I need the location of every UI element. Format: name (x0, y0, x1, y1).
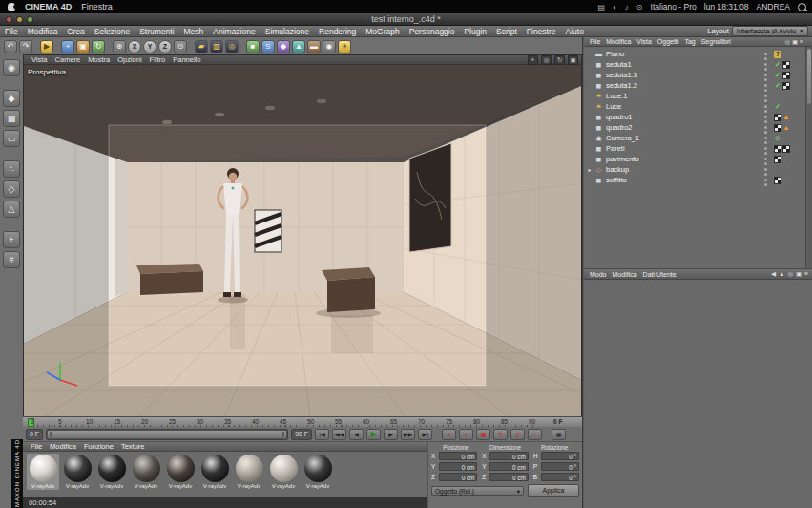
am-menu-modo[interactable]: Modo (587, 271, 610, 278)
vp-menu-filtro[interactable]: Filtro (146, 55, 170, 64)
viewport-scene[interactable]: Prospettiva (24, 65, 581, 415)
panel-menu-icon[interactable]: ≡ (800, 38, 803, 46)
window-close-button[interactable] (6, 16, 12, 23)
material-item[interactable]: V-rayAdv (233, 454, 265, 490)
visibility-dots-icon[interactable] (764, 105, 767, 108)
om-menu-oggetti[interactable]: Oggetti (655, 38, 682, 45)
preview-range-slider[interactable] (46, 429, 288, 440)
object-name[interactable]: quadro2 (605, 123, 633, 132)
panel-menu-icon[interactable]: ≡ (804, 270, 808, 278)
object-name[interactable]: Pareti (605, 144, 625, 153)
volume-icon[interactable]: ♪ (625, 3, 629, 11)
visibility-dots-icon[interactable] (764, 74, 767, 76)
search-icon[interactable]: ◎ (784, 38, 790, 46)
check-tag-icon[interactable]: ✓ (774, 103, 781, 111)
material-item[interactable]: V-rayAdv (267, 454, 300, 490)
edges-mode-icon[interactable]: ◇ (3, 180, 20, 198)
redo-icon[interactable]: ↷ (19, 40, 32, 53)
texture-tag-icon[interactable] (774, 124, 781, 132)
search-icon[interactable]: ◎ (787, 270, 793, 278)
object-name[interactable]: quadro1 (605, 113, 633, 121)
material-item[interactable]: V-rayAdv (130, 454, 162, 490)
vp-menu-camere[interactable]: Camere (52, 55, 85, 64)
menu-strumenti[interactable]: Strumenti (135, 27, 178, 36)
render-view-icon[interactable]: ▰ (195, 40, 208, 53)
om-menu-file[interactable]: File (587, 38, 603, 45)
floor-object-icon[interactable]: ▬ (307, 40, 321, 53)
object-name[interactable]: Luce (605, 102, 621, 111)
object-name[interactable]: seduta1.2 (605, 81, 637, 90)
range-end-field[interactable]: 90 F (291, 429, 312, 440)
apply-button[interactable]: Applica (528, 484, 579, 497)
object-manager-scrollbar[interactable] (805, 47, 812, 268)
rot-h-field[interactable]: 0 ° (541, 452, 579, 460)
texture-tag-icon[interactable] (774, 177, 781, 184)
check-tag-icon[interactable]: ✓ (774, 82, 781, 90)
om-menu-tag[interactable]: Tag (681, 38, 697, 45)
menu-animazione[interactable]: Animazione (208, 27, 260, 36)
object-row-seduta1-3[interactable]: ◼ seduta1.3 ✓ (584, 70, 812, 80)
spotlight-icon[interactable] (798, 3, 806, 11)
autokey-icon[interactable]: ○ (528, 429, 542, 440)
visibility-dots-icon[interactable] (764, 168, 767, 171)
object-row-luce[interactable]: ☀ Luce ✓ (584, 101, 812, 112)
history-up-icon[interactable]: ▲ (779, 270, 784, 278)
object-row-soffitto[interactable]: ◼ soffitto (584, 175, 812, 185)
lock-y-axis-button[interactable]: Y (143, 40, 156, 53)
menu-finestra[interactable]: Finestra (81, 2, 113, 11)
zoom-view-icon[interactable]: ◎ (541, 55, 552, 65)
mograph-icon[interactable]: ▲ (292, 40, 305, 53)
vp-menu-mostra[interactable]: Mostra (84, 55, 114, 64)
texture-tag-icon[interactable] (782, 61, 790, 69)
texture-mode-icon[interactable]: ▩ (3, 110, 20, 127)
object-name[interactable]: Piano (605, 50, 624, 58)
record-scale-icon[interactable]: ▣ (476, 429, 490, 440)
enable-axis-icon[interactable]: + (3, 231, 20, 248)
menubar-clock[interactable]: lun 18:31:08 (704, 2, 749, 11)
pos-x-field[interactable]: 0 cm (439, 452, 477, 460)
menu-script[interactable]: Script (491, 27, 522, 36)
live-selection-icon[interactable]: ▶ (40, 40, 53, 53)
texture-tag-icon[interactable] (774, 145, 781, 153)
texture-tag-icon[interactable] (782, 72, 790, 79)
move-tool-icon[interactable]: + (61, 40, 74, 53)
menu-simulazione[interactable]: Simulazione (260, 27, 314, 36)
world-coordinates-icon[interactable]: ⊙ (174, 40, 187, 53)
size-x-field[interactable]: 0 cm (489, 452, 528, 460)
object-row-piano[interactable]: ▬ Piano ? (584, 49, 812, 59)
vp-menu-vista[interactable]: Vista (28, 55, 52, 64)
bluetooth-icon[interactable]: ◐ (613, 3, 617, 11)
rot-b-field[interactable]: 0 ° (541, 473, 579, 481)
check-tag-icon[interactable]: ✓ (774, 61, 781, 69)
expand-arrow-icon[interactable]: ▸ (587, 166, 593, 173)
menu-rendering[interactable]: Rendering (314, 27, 361, 36)
pos-y-field[interactable]: 0 cm (439, 462, 477, 471)
visibility-dots-icon[interactable] (764, 116, 767, 118)
texture-tag-icon[interactable] (782, 82, 790, 90)
visibility-dots-icon[interactable] (764, 147, 767, 150)
record-parameter-icon[interactable]: ◇ (510, 429, 525, 440)
prev-key-icon[interactable]: ◀◀ (332, 429, 346, 440)
rotate-tool-icon[interactable]: ↻ (92, 40, 105, 53)
record-keyframe-icon[interactable]: ● (442, 429, 456, 440)
record-rotation-icon[interactable]: ↻ (493, 429, 508, 440)
am-menu-modifica[interactable]: Modifica (610, 271, 640, 278)
polygons-mode-icon[interactable]: △ (3, 201, 20, 218)
airport-icon[interactable]: ⊙ (636, 3, 643, 11)
am-menu-dati-utente[interactable]: Dati Utente (640, 271, 679, 278)
warning-tag-icon[interactable]: ▲ (782, 124, 790, 132)
object-name[interactable]: soffitto (605, 176, 627, 184)
vp-menu-pannello[interactable]: Pannello (169, 55, 204, 64)
om-menu-segnalibri[interactable]: Segnalibri (698, 38, 734, 45)
size-y-field[interactable]: 0 cm (489, 462, 528, 471)
menu-plugin[interactable]: Plugin (459, 27, 491, 36)
display-icon[interactable]: ▤ (597, 3, 605, 11)
menu-modifica[interactable]: Modifica (23, 27, 63, 36)
object-name[interactable]: Camera_1 (605, 134, 639, 142)
nurbs-icon[interactable]: ◆ (277, 40, 290, 53)
texture-tag-icon[interactable] (782, 145, 790, 153)
menu-personaggio[interactable]: Personaggio (405, 27, 460, 36)
toggle-view-icon[interactable]: ▣ (568, 55, 578, 65)
visibility-dots-icon[interactable] (764, 84, 767, 87)
object-name[interactable]: pavimento (605, 155, 639, 163)
